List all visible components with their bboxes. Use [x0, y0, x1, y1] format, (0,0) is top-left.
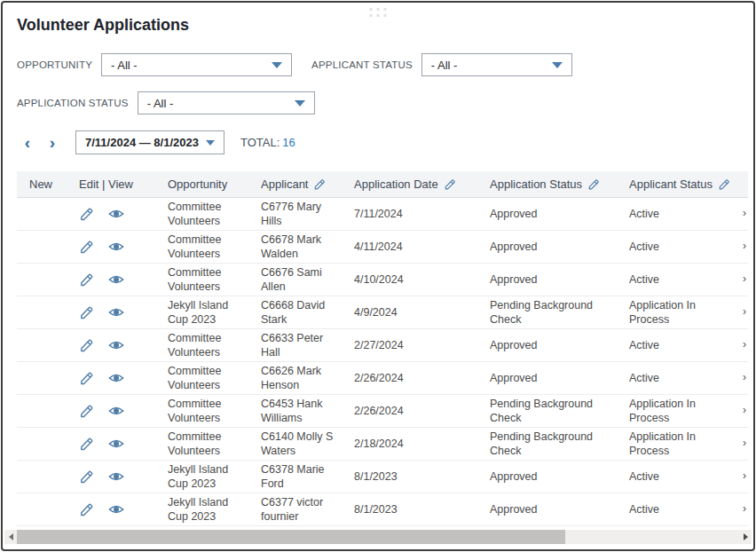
applicant-status-filter-dropdown[interactable]: - All - [421, 53, 572, 76]
view-row-button[interactable] [108, 272, 124, 288]
applicant-cell: C6678 Mark Walden [261, 233, 354, 262]
view-row-button[interactable] [108, 304, 124, 320]
application-status-filter-label: APPLICATION STATUS [17, 98, 129, 108]
next-period-button[interactable]: › [43, 131, 61, 154]
scroll-right-arrow-icon[interactable] [739, 530, 752, 544]
applicant-status-filter-value: - All - [431, 59, 458, 72]
opportunity-filter-value: - All - [111, 59, 138, 72]
total-value: 16 [282, 136, 295, 149]
edit-column-pencil-icon[interactable] [587, 178, 600, 191]
row-more-chevron-icon[interactable]: › [734, 305, 748, 319]
eye-icon [108, 403, 124, 419]
scrollbar-thumb[interactable] [17, 530, 565, 544]
row-actions [70, 403, 168, 419]
row-more-chevron-icon[interactable]: › [734, 437, 748, 451]
edit-row-button[interactable] [79, 272, 94, 288]
page-title: Volunteer Applications [17, 16, 189, 35]
row-actions [70, 469, 168, 485]
horizontal-scrollbar[interactable] [4, 530, 752, 544]
table-row: Committee Volunteers C6676 Sami Allen 4/… [17, 264, 748, 296]
date-range-dropdown[interactable]: 7/11/2024 — 8/1/2023 [75, 130, 224, 154]
chevron-down-icon [552, 62, 563, 68]
view-row-button[interactable] [108, 370, 124, 386]
drag-grip-icon[interactable] [370, 8, 387, 17]
view-row-button[interactable] [108, 337, 124, 353]
header-applicant: Applicant [261, 177, 354, 191]
eye-icon [108, 469, 124, 485]
row-more-chevron-icon[interactable]: › [734, 371, 748, 385]
applicant-cell: C6633 Peter Hall [261, 331, 354, 360]
row-actions [70, 272, 168, 288]
application-status-cell: Approved [490, 371, 629, 386]
eye-icon [108, 436, 124, 452]
row-more-chevron-icon[interactable]: › [734, 207, 748, 221]
application-date-cell: 2/26/2024 [354, 404, 490, 419]
applicant-status-cell: Application In Process [629, 397, 734, 426]
row-more-chevron-icon[interactable]: › [734, 469, 748, 484]
scroll-left-arrow-icon[interactable] [4, 530, 17, 544]
row-more-chevron-icon[interactable]: › [734, 502, 748, 517]
opportunity-cell: Committee Volunteers [168, 397, 261, 426]
previous-period-button[interactable]: ‹ [19, 131, 36, 154]
application-date-cell: 8/1/2023 [354, 502, 490, 517]
edit-column-pencil-icon[interactable] [718, 178, 730, 191]
pencil-icon [79, 272, 94, 288]
volunteer-applications-window: Volunteer Applications OPPORTUNITY - All… [1, 1, 755, 551]
application-date-cell: 2/27/2024 [354, 338, 490, 353]
application-status-cell: Pending Background Check [490, 397, 629, 426]
application-status-cell: Approved [490, 240, 629, 255]
opportunity-cell: Committee Volunteers [168, 265, 261, 295]
eye-icon [108, 206, 124, 222]
chevron-down-icon [206, 140, 215, 146]
row-actions [70, 206, 168, 222]
applicant-status-cell: Active [629, 371, 734, 386]
edit-row-button[interactable] [79, 338, 94, 353]
edit-row-button[interactable] [79, 371, 94, 386]
applicant-status-cell: Application In Process [629, 298, 734, 327]
opportunity-filter-dropdown[interactable]: - All - [101, 53, 292, 76]
view-row-button[interactable] [108, 436, 124, 452]
row-actions [70, 436, 168, 452]
table-row: Committee Volunteers C6633 Peter Hall 2/… [17, 329, 748, 362]
edit-row-button[interactable] [79, 240, 94, 255]
pencil-icon [79, 502, 94, 517]
opportunity-cell: Committee Volunteers [168, 364, 261, 393]
edit-row-button[interactable] [79, 502, 94, 517]
edit-row-button[interactable] [79, 305, 94, 320]
pencil-icon [79, 437, 94, 452]
opportunity-filter-label: OPPORTUNITY [17, 59, 92, 70]
view-row-button[interactable] [108, 403, 124, 419]
applicant-status-cell: Active [629, 469, 734, 485]
row-actions [70, 501, 168, 517]
table-row: Committee Volunteers C6626 Mark Henson 2… [17, 362, 748, 395]
header-applicant-status: Applicant Status [629, 177, 755, 191]
pencil-icon [79, 469, 94, 485]
row-more-chevron-icon[interactable]: › [734, 272, 748, 287]
table-row: Jekyll Island Cup 2023 C6378 Marie Ford … [17, 461, 748, 493]
edit-row-button[interactable] [79, 207, 94, 222]
edit-row-button[interactable] [79, 469, 94, 485]
row-more-chevron-icon[interactable]: › [734, 240, 748, 254]
applicant-cell: C6377 victor fournier [261, 495, 354, 524]
applicant-status-cell: Active [629, 502, 734, 517]
edit-column-pencil-icon[interactable] [313, 178, 326, 191]
application-status-filter-dropdown[interactable]: - All - [138, 91, 315, 114]
row-more-chevron-icon[interactable]: › [734, 404, 748, 418]
view-row-button[interactable] [108, 206, 124, 222]
view-row-button[interactable] [108, 239, 124, 255]
date-navigation-bar: ‹ › 7/11/2024 — 8/1/2023 TOTAL:16 [19, 130, 295, 154]
row-actions [70, 304, 168, 320]
row-more-chevron-icon[interactable]: › [734, 338, 748, 352]
applicant-cell: C6378 Marie Ford [261, 462, 354, 492]
edit-column-pencil-icon[interactable] [444, 178, 456, 191]
pencil-icon [79, 371, 94, 386]
applicant-status-cell: Active [629, 240, 734, 255]
edit-row-button[interactable] [79, 437, 94, 452]
opportunity-cell: Committee Volunteers [168, 200, 261, 229]
view-row-button[interactable] [108, 501, 124, 517]
applicant-status-cell: Active [629, 207, 734, 222]
view-row-button[interactable] [108, 469, 124, 485]
application-status-cell: Pending Background Check [490, 430, 629, 459]
application-date-cell: 8/1/2023 [354, 469, 490, 485]
edit-row-button[interactable] [79, 404, 94, 419]
